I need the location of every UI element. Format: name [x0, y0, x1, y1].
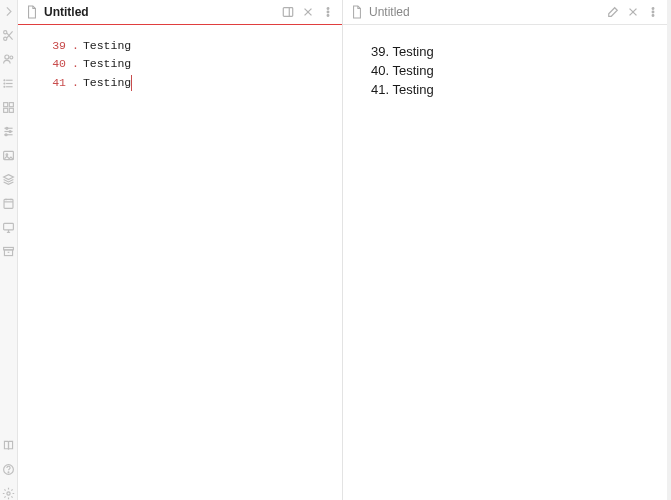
- more-icon[interactable]: [645, 4, 661, 20]
- users-icon[interactable]: [2, 52, 16, 66]
- document-icon: [26, 5, 38, 19]
- editor-tab-title[interactable]: Untitled: [44, 5, 276, 19]
- panel-toggle-icon[interactable]: [280, 4, 296, 20]
- editor-line[interactable]: 40.Testing: [38, 55, 332, 73]
- preview-pane: Untitled 39. Testing40. Testing41. Testi…: [343, 0, 667, 500]
- editor-line[interactable]: 39.Testing: [38, 37, 332, 55]
- book-icon[interactable]: [2, 438, 16, 452]
- line-number: 41: [38, 74, 66, 92]
- svg-rect-15: [9, 108, 13, 112]
- svg-point-48: [652, 11, 654, 13]
- editor-pane: Untitled 39.Testing40.Testing41.Testing: [18, 0, 343, 500]
- svg-point-43: [327, 11, 329, 13]
- line-text[interactable]: Testing: [83, 74, 131, 92]
- image-icon[interactable]: [2, 148, 16, 162]
- svg-rect-38: [283, 8, 292, 17]
- line-number: 40: [38, 55, 66, 73]
- line-text[interactable]: Testing: [83, 37, 131, 55]
- editor-line[interactable]: 41.Testing: [38, 74, 332, 92]
- layers-icon[interactable]: [2, 172, 16, 186]
- grid-icon[interactable]: [2, 100, 16, 114]
- preview-body: 39. Testing40. Testing41. Testing: [343, 25, 667, 500]
- activity-sidebar: [0, 0, 18, 500]
- settings-icon[interactable]: [2, 486, 16, 500]
- svg-point-37: [7, 491, 10, 494]
- svg-rect-29: [4, 223, 14, 230]
- help-icon[interactable]: [2, 462, 16, 476]
- preview-line: 41. Testing: [371, 81, 639, 100]
- chevron-right-icon[interactable]: [2, 4, 16, 18]
- svg-rect-13: [9, 102, 13, 106]
- svg-point-5: [10, 56, 13, 59]
- calendar-icon[interactable]: [2, 196, 16, 210]
- sliders-icon[interactable]: [2, 124, 16, 138]
- svg-point-1: [4, 37, 7, 40]
- svg-point-10: [4, 83, 5, 84]
- svg-point-11: [4, 86, 5, 87]
- more-icon[interactable]: [320, 4, 336, 20]
- list-icon[interactable]: [2, 76, 16, 90]
- svg-point-4: [5, 55, 9, 59]
- list-marker: .: [72, 37, 79, 55]
- monitor-icon[interactable]: [2, 220, 16, 234]
- svg-point-42: [327, 8, 329, 10]
- svg-point-9: [4, 79, 5, 80]
- preview-tab-title[interactable]: Untitled: [369, 5, 601, 19]
- svg-point-23: [6, 153, 8, 155]
- right-gutter: [667, 0, 671, 500]
- close-icon[interactable]: [300, 4, 316, 20]
- app-root: Untitled 39.Testing40.Testing41.Testing: [0, 0, 671, 500]
- line-number: 39: [38, 37, 66, 55]
- svg-marker-24: [4, 174, 14, 179]
- line-text[interactable]: Testing: [83, 55, 131, 73]
- editor-body[interactable]: 39.Testing40.Testing41.Testing: [18, 25, 342, 500]
- svg-point-47: [652, 8, 654, 10]
- preview-tabbar: Untitled: [343, 0, 667, 25]
- svg-rect-14: [4, 108, 8, 112]
- svg-rect-25: [4, 199, 13, 208]
- svg-point-36: [8, 471, 9, 472]
- preview-line: 39. Testing: [371, 43, 639, 62]
- archive-icon[interactable]: [2, 244, 16, 258]
- svg-rect-12: [4, 102, 8, 106]
- close-icon[interactable]: [625, 4, 641, 20]
- svg-point-49: [652, 15, 654, 17]
- document-icon: [351, 5, 363, 19]
- split-panes: Untitled 39.Testing40.Testing41.Testing: [18, 0, 667, 500]
- svg-point-44: [327, 15, 329, 17]
- svg-point-0: [4, 30, 7, 33]
- scissors-icon[interactable]: [2, 28, 16, 42]
- edit-icon[interactable]: [605, 4, 621, 20]
- list-marker: .: [72, 74, 79, 92]
- editor-tabbar: Untitled: [18, 0, 342, 25]
- list-marker: .: [72, 55, 79, 73]
- preview-line: 40. Testing: [371, 62, 639, 81]
